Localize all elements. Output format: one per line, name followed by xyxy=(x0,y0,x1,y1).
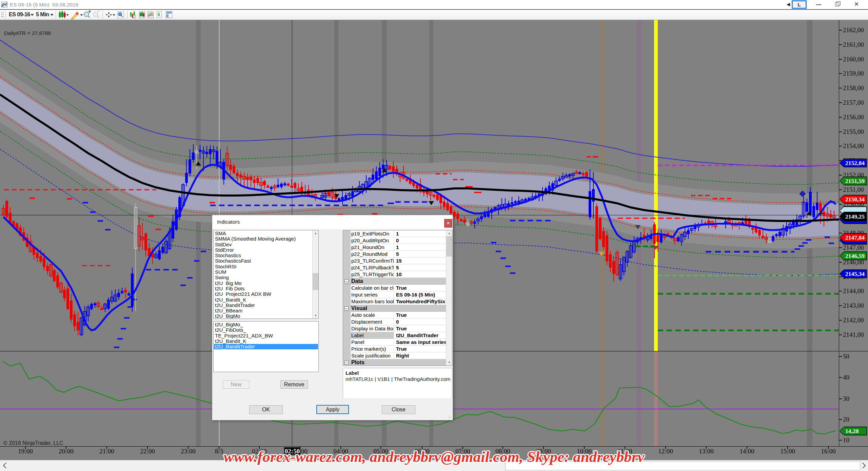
svg-text:50: 50 xyxy=(843,353,849,360)
svg-text:2149,25: 2149,25 xyxy=(845,213,865,220)
svg-text:14,28: 14,28 xyxy=(845,428,859,434)
svg-text:2157,00: 2157,00 xyxy=(843,99,864,106)
svg-text:2146,59: 2146,59 xyxy=(845,252,865,259)
svg-text:10: 10 xyxy=(843,436,849,444)
svg-text:2154,00: 2154,00 xyxy=(843,142,864,149)
svg-text:2156,00: 2156,00 xyxy=(843,114,864,121)
svg-text:2145,34: 2145,34 xyxy=(845,270,865,277)
svg-text:2143,00: 2143,00 xyxy=(843,302,864,309)
svg-text:2141,00: 2141,00 xyxy=(843,331,864,338)
svg-text:2158,00: 2158,00 xyxy=(843,84,864,91)
svg-text:2151,00: 2151,00 xyxy=(843,186,864,193)
svg-text:2150,34: 2150,34 xyxy=(845,196,865,203)
svg-text:© 2016 NinjaTrader, LLC: © 2016 NinjaTrader, LLC xyxy=(3,440,63,446)
svg-text:40: 40 xyxy=(843,374,849,381)
svg-text:2155,00: 2155,00 xyxy=(843,128,864,135)
svg-text:2152,84: 2152,84 xyxy=(845,160,865,166)
svg-text:2159,00: 2159,00 xyxy=(843,70,864,77)
svg-text:20: 20 xyxy=(843,416,849,423)
svg-text:2151,59: 2151,59 xyxy=(845,178,865,184)
svg-text:30: 30 xyxy=(843,395,849,402)
svg-text:2161,00: 2161,00 xyxy=(843,41,864,48)
svg-text:2160,00: 2160,00 xyxy=(843,56,864,63)
svg-text:2144,00: 2144,00 xyxy=(843,287,864,294)
svg-text:2147,84: 2147,84 xyxy=(845,234,865,241)
svg-text:2147,00: 2147,00 xyxy=(843,244,864,251)
svg-text:2142,00: 2142,00 xyxy=(843,316,864,324)
svg-text:DailyATR = 27,6788: DailyATR = 27,6788 xyxy=(4,30,51,36)
svg-text:$: $ xyxy=(158,12,160,17)
svg-text:2162,00: 2162,00 xyxy=(843,26,864,34)
